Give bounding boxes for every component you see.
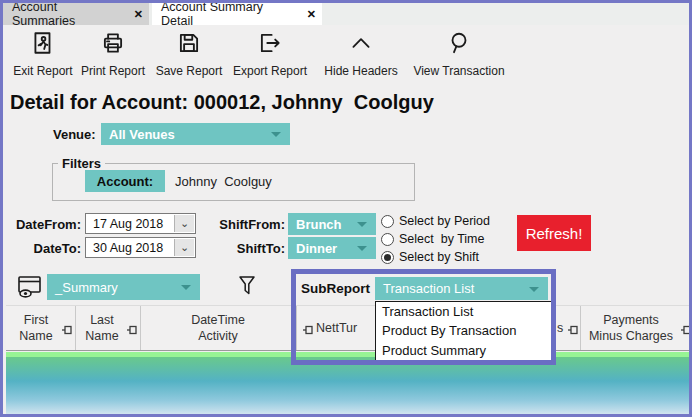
column-header-text: Activity xyxy=(198,328,238,344)
venue-combo-value: All Venues xyxy=(109,127,175,142)
shift-to-label: ShiftTo: xyxy=(203,241,285,256)
preview-panel-eye-icon[interactable] xyxy=(16,274,44,304)
blurred-grid-rows xyxy=(6,357,692,417)
floppy-disk-icon xyxy=(176,30,202,60)
chevron-down-icon xyxy=(357,222,367,227)
subreport-combo-value: Transaction List xyxy=(383,281,474,296)
chevron-up-icon xyxy=(348,30,374,60)
toolbar-button-label: Save Report xyxy=(156,64,223,78)
radio-icon xyxy=(381,215,394,228)
date-from-picker[interactable]: 17 Aug 2018 ⌄ xyxy=(85,213,196,234)
app-window: Account Summaries ✕ Account Summary Deta… xyxy=(0,0,692,417)
pin-icon[interactable] xyxy=(680,322,692,340)
radio-label: Select by Period xyxy=(399,214,490,228)
tab-label: Account Summary Detail xyxy=(152,0,287,28)
column-divider[interactable] xyxy=(75,306,76,350)
column-header-text: First xyxy=(24,312,48,328)
account-filter-chip: Account: xyxy=(85,170,165,192)
column-header-text: s xyxy=(557,320,563,336)
radio-select-by-shift[interactable]: Select by Shift xyxy=(381,250,479,264)
chevron-down-icon[interactable]: ⌄ xyxy=(174,215,194,232)
column-header-first-name[interactable]: First Name xyxy=(6,305,66,351)
view-transaction-button[interactable]: View Transaction xyxy=(411,30,507,84)
shift-to-combo[interactable]: Dinner xyxy=(288,237,376,259)
save-report-button[interactable]: Save Report xyxy=(155,30,223,84)
column-divider[interactable] xyxy=(140,306,141,350)
tab-account-summary-detail[interactable]: Account Summary Detail ✕ xyxy=(152,3,322,25)
chevron-down-icon xyxy=(529,287,539,292)
printer-icon xyxy=(100,30,126,60)
refresh-button[interactable]: Refresh! xyxy=(517,215,591,251)
print-report-button[interactable]: Print Report xyxy=(81,30,145,84)
filters-legend: Filters xyxy=(58,156,105,171)
summary-combo-value: _Summary xyxy=(55,280,118,295)
date-from-value: 17 Aug 2018 xyxy=(93,217,163,231)
tab-account-summaries[interactable]: Account Summaries ✕ xyxy=(3,3,149,25)
subreport-label: SubReport xyxy=(301,281,370,296)
column-header-text: Minus Charges xyxy=(589,328,673,344)
export-arrow-icon xyxy=(257,30,283,60)
shift-from-label: ShiftFrom: xyxy=(203,217,285,232)
column-header-payments-minus-charges[interactable]: Payments Minus Charges xyxy=(582,305,680,351)
date-to-picker[interactable]: 30 Aug 2018 ⌄ xyxy=(85,237,196,258)
filter-funnel-icon[interactable] xyxy=(237,274,257,302)
pin-icon[interactable] xyxy=(126,322,138,340)
column-header-text: DateTime xyxy=(191,312,245,328)
toolbar-button-label: Export Report xyxy=(233,64,307,78)
exit-report-button[interactable]: Exit Report xyxy=(11,30,75,84)
venue-combo[interactable]: All Venues xyxy=(101,123,290,145)
shift-from-value: Brunch xyxy=(296,217,342,232)
dropdown-option-product-by-transaction[interactable]: Product By Transaction xyxy=(376,321,551,340)
exit-door-icon xyxy=(30,30,56,60)
toolbar-button-label: Print Report xyxy=(81,64,145,78)
column-header-datetime-activity[interactable]: DateTime Activity xyxy=(142,305,294,351)
pin-icon[interactable] xyxy=(567,322,579,340)
date-to-label: DateTo: xyxy=(3,241,81,256)
date-from-label: DateFrom: xyxy=(3,217,81,232)
radio-select-by-period[interactable]: Select by Period xyxy=(381,214,490,228)
toolbar-button-label: View Transaction xyxy=(413,64,504,78)
radio-label: Select by Time xyxy=(399,232,484,246)
pin-icon[interactable] xyxy=(302,322,314,340)
radio-selected-icon xyxy=(381,251,394,264)
date-to-value: 30 Aug 2018 xyxy=(93,241,163,255)
column-divider[interactable] xyxy=(296,306,297,350)
shift-to-value: Dinner xyxy=(296,241,337,256)
hide-headers-button[interactable]: Hide Headers xyxy=(325,30,397,84)
toolbar-button-label: Hide Headers xyxy=(324,64,397,78)
column-header-fragment[interactable]: s xyxy=(555,305,565,351)
chevron-down-icon[interactable]: ⌄ xyxy=(174,239,194,256)
page-title: Detail for Account: 000012, Johnny Coolg… xyxy=(10,91,434,114)
column-divider[interactable] xyxy=(580,306,581,350)
column-header-text: Last xyxy=(90,312,114,328)
close-icon[interactable]: ✕ xyxy=(128,8,149,21)
account-filter-value: Johnny Coolguy xyxy=(175,174,272,189)
summary-report-combo[interactable]: _Summary xyxy=(47,274,200,300)
radio-select-by-time[interactable]: Select by Time xyxy=(381,232,484,246)
column-header-text: Payments xyxy=(603,312,659,328)
dropdown-option-transaction-list[interactable]: Transaction List xyxy=(376,302,551,321)
tab-label: Account Summaries xyxy=(3,0,114,28)
tab-bar: Account Summaries ✕ Account Summary Deta… xyxy=(3,3,689,25)
radio-icon xyxy=(381,233,394,246)
chevron-down-icon xyxy=(271,132,281,137)
column-header-nettturnover[interactable]: NettTur xyxy=(316,305,376,351)
chevron-down-icon xyxy=(357,246,367,251)
venue-label: Venue: xyxy=(53,127,96,142)
column-header-text: Name xyxy=(19,328,52,344)
radio-label: Select by Shift xyxy=(399,250,479,264)
column-header-text: NettTur xyxy=(316,320,357,336)
dropdown-option-product-summary[interactable]: Product Summary xyxy=(376,341,551,360)
column-header-last-name[interactable]: Last Name xyxy=(77,305,127,351)
subreport-dropdown-list: Transaction List Product By Transaction … xyxy=(375,301,552,361)
column-header-text: Name xyxy=(85,328,118,344)
close-icon[interactable]: ✕ xyxy=(301,8,322,21)
pin-icon[interactable] xyxy=(61,322,73,340)
toolbar-button-label: Exit Report xyxy=(13,64,72,78)
chevron-down-icon xyxy=(181,285,191,290)
shift-from-combo[interactable]: Brunch xyxy=(288,213,376,235)
magnifier-icon xyxy=(446,30,472,60)
subreport-combo[interactable]: Transaction List xyxy=(375,277,548,300)
export-report-button[interactable]: Export Report xyxy=(231,30,309,84)
